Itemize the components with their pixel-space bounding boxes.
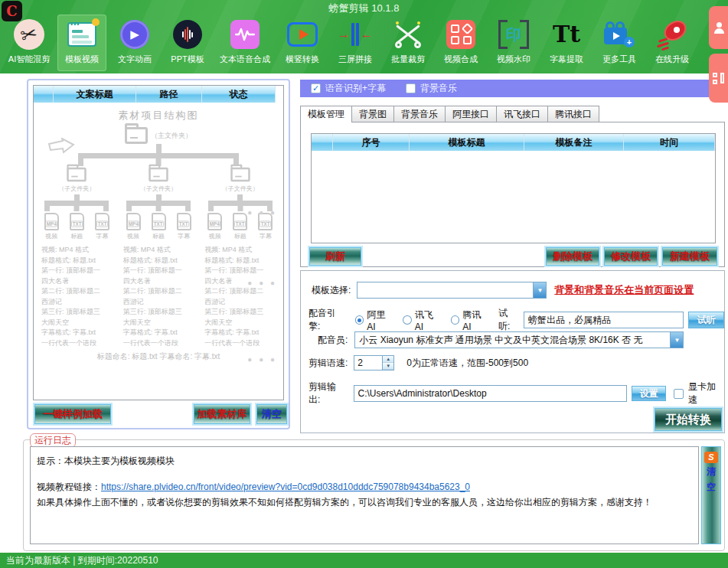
title-file-icon: TXT [233,213,247,230]
subfolder-column: （子文件夹） MP4视频 TXT标题 TXT字幕 视频: MP4 格式标题格式:… [201,166,279,348]
toolbar-item-ai-mix[interactable]: ✂ AI智能混剪 [5,15,54,71]
audition-label: 试听: [498,307,519,333]
text-animation-icon: ▶ [120,20,149,49]
subtitle-file-icon: TXT [95,213,109,230]
sub-folder-icon [67,168,87,182]
radio-xunfei-ai[interactable]: 讯飞AI [403,308,442,332]
toolbar-item-tts[interactable]: 文本语音合成 [216,15,274,71]
diagram-note-lines: 视频: MP4 格式标题格式: 标题.txt第一行: 顶部标题一四大名著第二行:… [38,245,116,348]
qr-code-icon [713,73,724,84]
template-select-combo[interactable]: ▼ [357,282,547,299]
toolbar-item-subtitle-extract[interactable]: Tt 字幕提取 [542,15,591,71]
subtitle-extract-icon: Tt [553,23,580,46]
tab-background-image[interactable]: 背景图 [351,106,394,122]
header-blank [34,86,54,103]
load-library-button[interactable]: 加载素材库 [194,404,250,424]
clear-log-button[interactable]: S 清 空 [701,446,721,544]
checkbox-speech-subtitle[interactable]: ✓ 语音识别+字幕 [311,82,386,95]
template-tabs: 模板管理 背景图 背景音乐 阿里接口 讯飞接口 腾讯接口 [300,106,599,122]
toolbar-item-three-screen[interactable]: →← 三屏拼接 [331,15,380,71]
checkbox-unchecked-icon [674,389,684,399]
template-table-header: 序号 模板标题 模板备注 时间 [312,134,715,151]
spin-down-icon[interactable]: ▼ [383,363,393,370]
window-title: 螃蟹剪辑 10.1.8 [0,2,728,15]
start-convert-button[interactable]: 开始转换 [655,408,722,431]
audition-text-input[interactable]: 螃蟹出品，必属精品 [524,312,684,328]
video-merge-icon [446,20,475,49]
option-checkbar: ✓ 语音识别+字幕 背景音乐 [300,80,728,97]
toolbar-item-more-tools[interactable]: + 更多工具 [595,15,644,71]
title-toolbar: C 螃蟹剪辑 10.1.8 ✂ AI智能混剪 模板视频 ▶ 文字动画 PPT模板… [0,0,728,73]
toolbar-item-watermark[interactable]: 印 视频水印 [489,15,538,71]
main-toolbar: ✂ AI智能混剪 模板视频 ▶ 文字动画 PPT模板 文本语音合成 横竖转换 [5,15,697,71]
output-label: 剪辑输出: [309,380,348,406]
checkbox-gpu[interactable]: 显卡加速 [674,380,724,406]
speed-label: 剪辑语速: [309,357,348,370]
clear-log-icon: S [704,452,718,463]
radio-tencent-ai[interactable]: 腾讯AI [451,308,490,332]
chevron-down-icon[interactable]: ▼ [533,282,546,298]
speed-spinner[interactable]: 2 ▲▼ [354,355,394,371]
header-status: 状态 [202,86,276,103]
delete-template-button[interactable]: 删除模板 [546,247,599,266]
refresh-button[interactable]: 刷新 [309,247,361,266]
ppt-template-icon [173,20,202,49]
diagram-note-lines: 视频: MP4 格式标题格式: 标题.txt第一行: 顶部标题一四大名著第二行:… [120,245,198,348]
header-title: 文案标题 [54,86,136,103]
more-tools-icon: + [604,21,635,47]
template-table-body [312,151,715,243]
radio-ali-ai[interactable]: 阿里AI [355,308,394,332]
video-file-icon: MP4 [44,213,59,230]
toolbar-item-ppt-template[interactable]: PPT模板 [163,15,212,71]
template-manage-panel: 序号 模板标题 模板备注 时间 刷新 删除模板 修改模板 新建模板 [300,122,725,267]
toolbar-item-template-video[interactable]: 模板视频 [57,15,106,71]
audition-button[interactable]: 试听 [688,312,724,328]
settings-button[interactable]: 设置 [632,386,666,401]
template-table[interactable]: 序号 模板标题 模板备注 时间 [311,133,716,243]
chevron-down-icon[interactable]: ▼ [670,332,683,348]
radio-selected-icon [355,315,364,325]
batch-crop-icon [393,21,423,48]
output-path-input[interactable]: C:\Users\Administrator\Desktop [354,385,627,402]
customer-service-button[interactable] [709,6,728,49]
sub-folder-icon [230,168,250,182]
checkbox-bgm[interactable]: 背景音乐 [406,82,457,95]
ai-mix-icon: ✂ [14,19,44,50]
toolbar-item-batch-crop[interactable]: 批量裁剪 [384,15,433,71]
qr-code-button[interactable] [709,54,728,103]
toolbar-item-video-merge[interactable]: 视频合成 [436,15,485,71]
toolbar-item-online-upgrade[interactable]: 在线升级 [648,15,697,71]
tab-ali-api[interactable]: 阿里接口 [445,106,497,122]
tab-xunfei-api[interactable]: 讯飞接口 [496,106,548,122]
header-blank [312,134,333,151]
tab-template-manage[interactable]: 模板管理 [300,106,352,122]
toolbar-item-text-animation[interactable]: ▶ 文字动画 [110,15,159,71]
three-screen-icon: →← [338,23,373,46]
tts-icon [230,20,260,49]
watermark-icon: 印 [498,20,529,49]
load-sample-button[interactable]: 一键样例加载 [34,404,111,424]
online-upgrade-icon [657,20,687,49]
run-log-group: 运行日志 提示：本模块主要为模板视频模块 视频教程链接：https://shar… [23,439,725,551]
status-bar: 当前为最新版本 | 到期时间:20220510 [0,553,728,568]
tutorial-link[interactable]: https://share.plvideo.cn/front/video/pre… [101,481,470,492]
voice-combo[interactable]: 小云 Xiaoyun 标准女声 通用场景 中文及中英文混合场景 8K/16K 否… [354,331,684,348]
spin-up-icon[interactable]: ▲ [383,356,393,363]
header-spacer [276,86,283,103]
header-index: 序号 [333,134,410,151]
header-template-title: 模板标题 [410,134,524,151]
toolbar-item-orientation-convert[interactable]: 横竖转换 [278,15,327,71]
run-log-content[interactable]: 提示：本模块主要为模板视频模块 视频教程链接：https://share.plv… [30,446,699,544]
header-template-note: 模板备注 [524,134,624,151]
subfolder-columns: （子文件夹） MP4视频 TXT标题 TXT字幕 视频: MP4 格式标题格式:… [34,166,283,348]
header-time: 时间 [624,134,715,151]
material-table[interactable]: 文案标题 路径 状态 素材项目结构图 （主文件夹） （子文件夹） [33,85,284,400]
tab-tencent-api[interactable]: 腾讯接口 [547,106,599,122]
subfolder-column: （子文件夹） MP4视频 TXT标题 TXT字幕 视频: MP4 格式标题格式:… [38,166,116,348]
tab-background-music[interactable]: 背景音乐 [393,106,446,122]
modify-template-button[interactable]: 修改模板 [604,247,658,266]
clear-list-button[interactable]: 清空 [256,404,287,424]
material-list-panel: 文案标题 路径 状态 素材项目结构图 （主文件夹） （子文件夹） [27,79,290,429]
create-template-button[interactable]: 新建模板 [662,247,717,266]
subfolder-column: （子文件夹） MP4视频 TXT标题 TXT字幕 视频: MP4 格式标题格式:… [120,166,198,348]
